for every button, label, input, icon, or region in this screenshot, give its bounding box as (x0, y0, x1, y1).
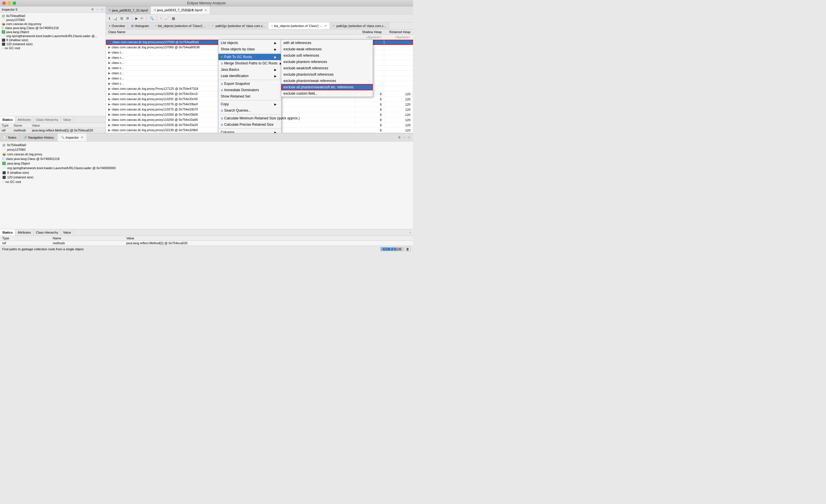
menu-path-to-gc[interactable]: Path To GC Roots ▶ (219, 54, 281, 60)
toolbar-search-btn[interactable]: 🔍 (149, 16, 155, 21)
list2-icon: ≡ (272, 24, 273, 27)
leak-id-arrow: ▶ (274, 74, 277, 78)
submenu-exclude-phantom-weak[interactable]: exclude phantom/weak references (281, 78, 373, 84)
minimize-button[interactable] (7, 1, 11, 5)
tab-nav-history[interactable]: 🔗 Navigation History (20, 133, 58, 141)
submenu-exclude-weak[interactable]: exclude weak references (281, 46, 373, 52)
show-objects-arrow: ▶ (274, 48, 277, 51)
menu-calc-min[interactable]: ⊞ Calculate Minimum Retained Size (quick… (219, 115, 281, 121)
toolbar-split-btn[interactable]: ⊢ (139, 16, 145, 21)
loader-icon: 📄 (2, 35, 5, 38)
menu-show-retained[interactable]: Show Retained Set (219, 93, 281, 100)
submenu-exclude-soft[interactable]: exclude soft references (281, 52, 373, 59)
bi-item-address: @ 0x754ea80a0 (2, 143, 411, 147)
context-menu: List objects ▶ Show objects by class ▶ P… (218, 40, 282, 133)
submenu-exclude-weak-soft[interactable]: exclude weak/soft references (281, 65, 373, 71)
gc-button[interactable]: 🗑 (405, 247, 411, 251)
bottom-inspector-tabs: Statics Attributes Class Hierarchy Value… (0, 229, 413, 246)
table-container[interactable]: Class Name Shallow Heap Retained Heap <N… (106, 29, 413, 133)
toolbar-run-btn[interactable]: ▶ (134, 16, 139, 21)
path1-icon: ⊢ (212, 24, 215, 27)
inspector-item-package: 📦 com.caocao.dc.log.proxy (2, 22, 104, 26)
list2-close-icon[interactable]: ✕ (324, 24, 327, 27)
bottom-inspector-items: @ 0x754ea80a0 📄 proxy137060 📦 com.caocao… (0, 141, 413, 229)
gc-icon: ○ (2, 47, 3, 50)
bi-tab-value[interactable]: Value (61, 229, 73, 236)
left-panel-header: Inspector 5 ⚙ − □ (0, 6, 106, 13)
content-tab-list1[interactable]: ≡ list_objects [selection of 'Class'] ..… (152, 22, 209, 29)
toolbar-gear-btn[interactable]: ⚙ (125, 16, 130, 21)
bi-class-icon: C (2, 158, 4, 161)
inspector-item-classloader: 📄 org.springframework.boot.loader.Launch… (2, 34, 104, 38)
left-panel: Inspector 5 ⚙ − □ @ 0x754ea80a0 📄 proxy1… (0, 6, 106, 133)
tab-notes[interactable]: 📝 Notes (0, 133, 20, 141)
menu-show-objects[interactable]: Show objects by class ▶ (219, 46, 281, 52)
content-tab-path1[interactable]: ⊢ path2gc [selection of 'class com.c... (209, 22, 269, 29)
memory-bar-container: 621M of 911M 🗑 (380, 247, 411, 251)
toolbar-histogram-btn[interactable]: 📊 (112, 16, 119, 21)
bottom-tabs-left: 📝 Notes 🔗 Navigation History 🔍 Inspector… (0, 133, 87, 141)
bottom-panel-controls: ⚙ − □ (397, 135, 413, 139)
submenu-exclude-all[interactable]: exclude all phantom/weak/soft etc. refer… (281, 84, 373, 90)
doc-icon: 📄 (2, 18, 5, 21)
content-tab-histogram[interactable]: ▦ Histogram (128, 22, 152, 29)
maximize-button[interactable] (13, 1, 16, 5)
bi-tab-statics[interactable]: Statics (0, 229, 15, 236)
tab-class-hierarchy[interactable]: Class Hierarchy (34, 116, 61, 123)
content-tab-overview[interactable]: ● Overview (106, 22, 128, 29)
calc-precise-icon: ⊞ (221, 123, 223, 126)
tab-statics[interactable]: Statics (0, 116, 15, 123)
bottom-maximize-btn[interactable]: □ (407, 135, 411, 139)
bi-item-shallow: ⬛ 8 (shallow size) (2, 170, 411, 175)
menu-separator3 (219, 100, 281, 101)
inspector-label: Inspector 5 (2, 8, 17, 11)
bi-expand-btn[interactable]: ⤢ (409, 231, 413, 234)
content-tab-path2[interactable]: ⊢ path2gc [selection of 'class com.c... (330, 22, 390, 29)
submenu-exclude-phantom[interactable]: exclude phantom references (281, 59, 373, 65)
at-icon: @ (2, 14, 5, 17)
submenu-exclude-custom[interactable]: exclude custom field... (281, 90, 373, 97)
menu-immediate-dominators[interactable]: ⊞ Immediate Dominators (219, 87, 281, 93)
editor-tab-hprof2[interactable]: H java_pid3633_7_25的副本.hprof ✕ (151, 6, 210, 14)
left-panel-settings-btn[interactable]: ⚙ (91, 7, 95, 11)
submenu-exclude-phantom-soft[interactable]: exclude phantom/soft references (281, 71, 373, 78)
menu-export-snapshot[interactable]: ⊞ Export Snapshot (219, 80, 281, 87)
content-tab-list2[interactable]: ≡ list_objects [selection of 'Class'] ..… (269, 22, 330, 29)
toolbar-up-btn[interactable]: ↑ (159, 16, 163, 21)
inspector-close-icon[interactable]: ✕ (81, 136, 83, 139)
tab-attributes[interactable]: Attributes (15, 116, 34, 123)
menu-copy[interactable]: Copy ▶ (219, 101, 281, 107)
toolbar-chart-btn[interactable]: 📈 (164, 16, 170, 21)
toolbar-sql-btn[interactable]: ⊞ (119, 16, 124, 21)
tab-value[interactable]: Value (61, 116, 73, 123)
bottom-minimize-btn[interactable]: − (403, 135, 406, 139)
left-panel-minimize-btn[interactable]: − (96, 7, 99, 11)
close-button[interactable] (2, 1, 6, 5)
hprof2-close-icon[interactable]: ✕ (204, 9, 207, 12)
inspector-items: @ 0x754ea80a0 📄 proxy137060 📦 com.caocao… (0, 13, 106, 116)
submenu-with-all-refs[interactable]: with all references (281, 40, 373, 46)
menu-list-objects[interactable]: List objects ▶ (219, 40, 281, 46)
menu-merge-paths[interactable]: ⊞ Merge Shortest Paths to GC Roots ▶ (219, 60, 281, 66)
histogram-icon: ▦ (131, 24, 133, 27)
bi-loader-icon: 📄 (2, 167, 6, 170)
toolbar-bar-btn[interactable]: ▦ (171, 16, 176, 21)
toolbar-sep3 (157, 16, 157, 21)
memory-bar-label: 621M of 911M (381, 248, 403, 251)
tab-inspector[interactable]: 🔍 Inspector ✕ (58, 133, 87, 141)
bi-tab-attributes[interactable]: Attributes (15, 229, 34, 236)
hprof1-icon: H (109, 9, 111, 12)
menu-calc-precise[interactable]: ⊞ Calculate Precise Retained Size (219, 121, 281, 128)
editor-tab-hprof1[interactable]: H java_pid3633_7_31.hprof (106, 6, 151, 14)
path2-icon: ⊢ (333, 24, 335, 27)
bi-item-package: 📦 com.caocao.dc.log.proxy (2, 152, 411, 156)
menu-columns[interactable]: Columns... ▶ (219, 129, 281, 133)
menu-search-queries[interactable]: ⊞ Search Queries... (219, 107, 281, 114)
menu-java-basics[interactable]: Java Basics ▶ (219, 66, 281, 73)
bi-item-retained: ⬛ 120 (retained size) (2, 175, 411, 180)
bottom-settings-btn[interactable]: ⚙ (397, 135, 402, 139)
menu-leak-identification[interactable]: Leak Identification ▶ (219, 73, 281, 79)
left-panel-maximize-btn[interactable]: □ (101, 7, 104, 11)
bi-tab-class-hierarchy[interactable]: Class Hierarchy (34, 229, 61, 236)
toolbar-info-btn[interactable]: ℹ (108, 16, 111, 21)
